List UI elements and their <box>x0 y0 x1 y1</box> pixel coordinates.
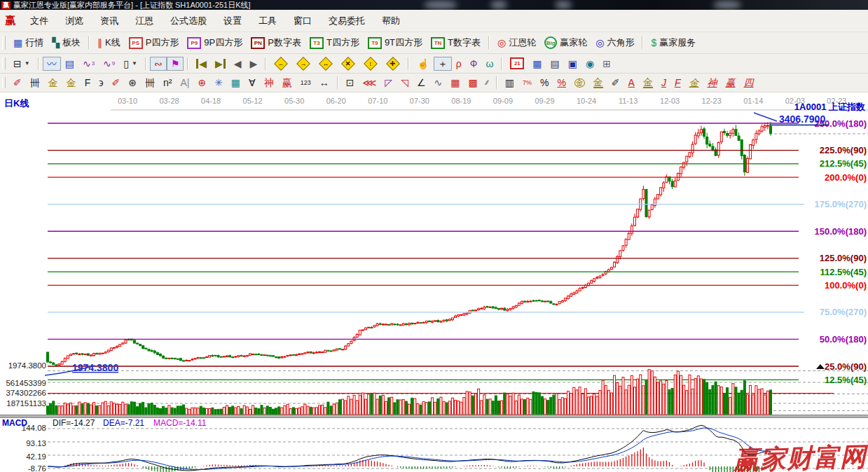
print-button[interactable]: ⊞ <box>598 57 615 71</box>
quote-list-button[interactable]: ▤ <box>61 57 78 71</box>
macd-indicator-label[interactable]: MACD <box>2 418 27 428</box>
shen-scale-button[interactable]: 神 <box>260 76 278 90</box>
winner-wheel-button[interactable]: Big赢家轮 <box>540 34 591 51</box>
slant-j-button[interactable]: J <box>657 76 670 90</box>
candle-style-button[interactable]: ▯▼ <box>119 57 142 71</box>
zigzag-blue-button[interactable]: 〰 <box>43 57 61 71</box>
period-day-dropdown-icon[interactable]: ▼ <box>25 60 30 67</box>
wave-tool-button[interactable]: ω <box>481 57 497 71</box>
menu-item-help[interactable]: 帮助 <box>373 13 408 29</box>
target-star-button[interactable]: ✳ <box>210 76 227 90</box>
first-page-button[interactable]: ◀ <box>192 57 211 71</box>
hand-tool-button[interactable]: ☝ <box>413 57 433 71</box>
page-next-button[interactable]: ▶ <box>246 57 262 71</box>
percent-button[interactable]: % <box>536 76 553 90</box>
winner-service-button[interactable]: $赢家服务 <box>647 34 700 51</box>
calculator-button[interactable]: ▦ <box>528 57 546 71</box>
gold-lines-button[interactable]: 金 <box>589 75 607 90</box>
grid-dense-button[interactable]: ▦ <box>446 76 464 90</box>
zoom-v-button[interactable]: ↕ <box>359 55 382 72</box>
menu-item-settings[interactable]: 设置 <box>215 13 250 29</box>
web-export-button[interactable]: ◉ <box>581 57 598 71</box>
plain-scale-button[interactable]: 卌 <box>141 76 159 90</box>
gann-scale-button[interactable]: 卌 <box>26 76 44 90</box>
rays-red-button[interactable]: ⋘ <box>358 76 380 90</box>
spiral-tool-button[interactable]: ϶ <box>95 76 107 90</box>
candle-style-dropdown-icon[interactable]: ▼ <box>132 60 137 67</box>
fan-red-button[interactable]: ◹ <box>397 76 413 90</box>
percent-line-button[interactable]: % <box>553 76 570 90</box>
toolbar-grip[interactable] <box>2 77 6 89</box>
zoom-all-button[interactable]: ✛ <box>382 55 404 72</box>
toolbar-grip[interactable] <box>2 57 6 70</box>
target-red-button[interactable]: ⊕ <box>193 76 210 90</box>
magnet-tool-button[interactable]: ρ <box>452 57 466 71</box>
wave-9-button[interactable]: ∿9 <box>99 57 119 71</box>
slant-ying-button[interactable]: 赢 <box>722 76 740 90</box>
gold-scale-b-button[interactable]: 金 <box>62 76 81 90</box>
fan-purple-button[interactable]: ◸ <box>380 76 397 90</box>
wave-dashed-button[interactable]: ∿ <box>429 76 446 90</box>
kline-button[interactable]: ∥K线 <box>93 34 125 51</box>
cycle-circle-button[interactable]: ⊛ <box>124 76 141 90</box>
menu-item-news[interactable]: 资讯 <box>92 13 127 29</box>
gold-scale-a-button[interactable]: 金 <box>44 76 62 90</box>
wave-3-button[interactable]: ∿3 <box>78 57 99 71</box>
pan-right-button[interactable]: → <box>292 55 315 72</box>
t-square-button[interactable]: T3T四方形 <box>305 34 364 51</box>
title-bar[interactable]: 赢 赢家江恩专业版[赢家内部服务平台] - [上证指数 SH1A0001-251… <box>0 0 868 10</box>
p-square-button[interactable]: PSP四方形 <box>125 34 184 51</box>
brush-scale-button[interactable]: ✐ <box>107 76 124 90</box>
fibo-scale-button[interactable]: F <box>81 76 95 90</box>
brush-count-button[interactable]: ✐ <box>607 76 624 90</box>
gold-lines-2-button[interactable]: 金 <box>639 75 657 90</box>
target-grid-button[interactable]: ▦ <box>227 76 244 90</box>
grid-dense-2-button[interactable]: ▩ <box>464 76 481 90</box>
calendar-21-button[interactable]: 21 <box>506 55 528 71</box>
a-mirror-button[interactable]: A| <box>176 76 193 90</box>
zoom-h-button[interactable]: ↔ <box>315 55 337 72</box>
slant-f-button[interactable]: F <box>670 76 685 90</box>
parallel-slants-button[interactable]: ∕∕ <box>482 78 492 88</box>
p-number-table-button[interactable]: PNP数字表 <box>247 34 305 51</box>
n2-scale-button[interactable]: n² <box>159 76 176 90</box>
menu-item-window[interactable]: 窗口 <box>285 13 320 29</box>
zoom-out-button[interactable]: ✕ <box>337 55 359 72</box>
scale-123-button[interactable]: 123 <box>296 78 315 88</box>
menu-item-formula-stock-pick[interactable]: 公式选股 <box>162 13 215 29</box>
menu-item-browse[interactable]: 浏览 <box>57 13 92 29</box>
menu-item-tools[interactable]: 工具 <box>250 13 285 29</box>
9t-square-button[interactable]: T99T四方形 <box>364 34 427 51</box>
menu-item-gann[interactable]: 江恩 <box>127 13 162 29</box>
brush-button[interactable]: ✐ <box>9 76 26 90</box>
gold-circle-button[interactable]: 金 <box>570 76 589 90</box>
9p-square-button[interactable]: P99P四方形 <box>183 34 247 51</box>
hexagon-button[interactable]: ◎六角形 <box>591 34 638 51</box>
notepad-button[interactable]: ▤ <box>546 57 564 71</box>
kline-chart[interactable]: 250.0%(180)225.0%(90)212.5%(45)200.0%(0)… <box>0 94 868 472</box>
quotes-button[interactable]: ▦行情 <box>9 34 48 51</box>
z-percent-button[interactable]: 7% <box>518 78 536 88</box>
menu-item-file[interactable]: 文件 <box>22 13 57 29</box>
k-quote-button[interactable]: Ɐ <box>244 76 260 90</box>
pan-left-button[interactable]: ← <box>270 55 292 72</box>
box-axes-button[interactable]: ⊡ <box>342 76 359 90</box>
period-day-button[interactable]: ⊟▼ <box>9 57 34 71</box>
band-tool-button[interactable]: Ф <box>466 57 482 71</box>
gann-wheel-button[interactable]: ◎江恩轮 <box>493 34 540 51</box>
save-button[interactable]: ▣ <box>564 57 581 71</box>
slant-gold-button[interactable]: 金 <box>685 76 703 90</box>
last-page-button[interactable]: ▶ <box>211 57 230 71</box>
angle-lines-button[interactable]: ∠ <box>413 76 430 90</box>
slant-shen-button[interactable]: 神 <box>703 76 722 90</box>
scale-table-button[interactable]: ▥ <box>501 76 518 90</box>
crosshair-tool-button[interactable]: ＋ <box>434 57 452 71</box>
ying-scale-button[interactable]: 赢 <box>278 76 296 90</box>
zigzag-red-button[interactable]: ∾ <box>150 57 167 71</box>
flag-chart-button[interactable]: ⚑ <box>167 57 184 71</box>
wave-a-button[interactable]: A <box>624 76 639 90</box>
slant-si-button[interactable]: 四 <box>740 76 758 90</box>
sectors-button[interactable]: ▚板块 <box>48 34 85 51</box>
t-number-table-button[interactable]: TNT数字表 <box>427 34 485 51</box>
menu-item-trade-orders[interactable]: 交易委托 <box>320 13 373 29</box>
